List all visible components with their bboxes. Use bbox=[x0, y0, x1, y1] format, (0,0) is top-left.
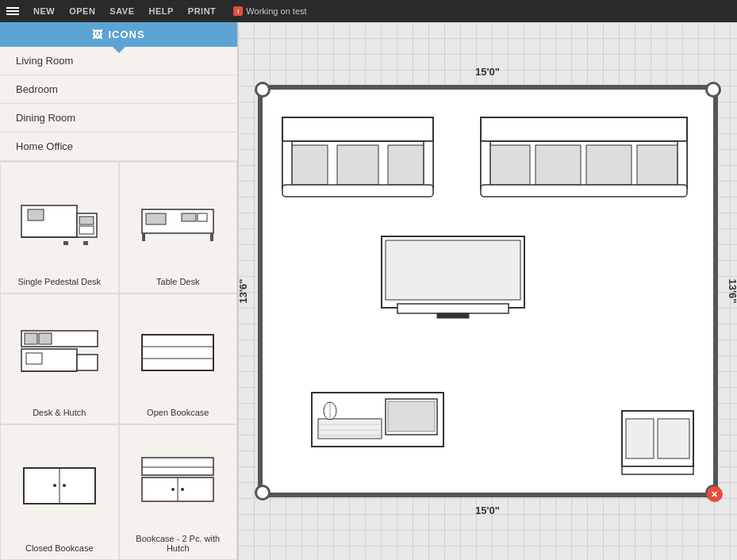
help-button[interactable]: HELP bbox=[149, 6, 174, 16]
svg-rect-40 bbox=[424, 141, 433, 189]
svg-rect-36 bbox=[286, 145, 328, 185]
status-area: ! Working on test bbox=[233, 6, 306, 16]
svg-rect-2 bbox=[28, 209, 44, 221]
icon-desk-hutch[interactable]: Desk & Hutch bbox=[0, 293, 119, 425]
icon-label-bookcase-2pc-hutch: Bookcase - 2 Pc. with Hutch bbox=[126, 534, 231, 553]
furniture-desk[interactable] bbox=[310, 391, 445, 455]
status-icon: ! bbox=[233, 6, 243, 16]
icon-label-single-pedestal-desk: Single Pedestal Desk bbox=[17, 277, 101, 286]
icon-single-pedestal-desk[interactable]: Single Pedestal Desk bbox=[0, 162, 119, 293]
dimension-right: 13'6" bbox=[727, 279, 737, 304]
svg-rect-10 bbox=[182, 213, 196, 221]
svg-rect-21 bbox=[142, 335, 213, 370]
svg-rect-17 bbox=[21, 349, 77, 371]
sidebar-header-label: ICONS bbox=[108, 29, 144, 40]
corner-top-right[interactable] bbox=[705, 82, 721, 98]
icon-label-closed-bookcase: Closed Bookcase bbox=[25, 543, 94, 553]
svg-rect-42 bbox=[481, 117, 687, 141]
svg-rect-65 bbox=[626, 419, 654, 458]
menu-icon[interactable] bbox=[6, 7, 19, 15]
svg-rect-44 bbox=[485, 145, 530, 185]
icon-preview-single-pedestal-desk bbox=[7, 171, 112, 272]
icon-grid: Single Pedestal Desk Table Desk bbox=[0, 162, 237, 560]
svg-point-32 bbox=[171, 488, 175, 491]
svg-rect-49 bbox=[678, 141, 687, 189]
icon-label-table-desk: Table Desk bbox=[156, 277, 199, 286]
svg-rect-6 bbox=[83, 241, 88, 245]
icon-preview-table-desk bbox=[126, 171, 231, 272]
svg-rect-19 bbox=[77, 355, 98, 370]
dimension-bottom: 15'0" bbox=[475, 504, 500, 516]
main-container: 🖼 ICONS Living Room Bedroom Dining Room … bbox=[0, 22, 737, 560]
svg-rect-66 bbox=[658, 419, 689, 458]
save-button[interactable]: SAVE bbox=[109, 6, 134, 16]
floorplan-area[interactable]: 15'0" 15'0" 13'6" 13'6" × bbox=[238, 22, 737, 560]
svg-rect-3 bbox=[79, 217, 94, 224]
svg-rect-54 bbox=[437, 313, 469, 318]
svg-rect-50 bbox=[481, 185, 687, 197]
svg-rect-34 bbox=[282, 117, 433, 141]
furniture-sofa-left[interactable] bbox=[278, 113, 437, 201]
icon-label-desk-hutch: Desk & Hutch bbox=[33, 408, 86, 417]
icons-symbol: 🖼 bbox=[92, 29, 103, 40]
svg-rect-48 bbox=[481, 141, 490, 189]
icon-table-desk[interactable]: Table Desk bbox=[119, 162, 238, 293]
new-button[interactable]: NEW bbox=[33, 6, 55, 16]
svg-rect-39 bbox=[282, 141, 292, 189]
svg-rect-7 bbox=[63, 241, 68, 245]
svg-rect-15 bbox=[25, 333, 37, 344]
svg-rect-9 bbox=[146, 213, 166, 224]
corner-bottom-left[interactable] bbox=[255, 485, 271, 501]
svg-rect-45 bbox=[535, 145, 581, 185]
furniture-tv[interactable] bbox=[374, 232, 532, 320]
open-button[interactable]: OPEN bbox=[69, 6, 95, 16]
icon-closed-bookcase[interactable]: Closed Bookcase bbox=[0, 424, 119, 560]
svg-rect-53 bbox=[397, 304, 509, 313]
sidebar-item-dining-room[interactable]: Dining Room bbox=[0, 104, 237, 132]
svg-rect-47 bbox=[637, 145, 683, 185]
icon-bookcase-2pc-hutch[interactable]: Bookcase - 2 Pc. with Hutch bbox=[119, 424, 238, 560]
nav-items: Living Room Bedroom Dining Room Home Off… bbox=[0, 47, 237, 162]
dimension-left: 13'6" bbox=[238, 279, 248, 304]
sidebar-item-bedroom[interactable]: Bedroom bbox=[0, 75, 237, 104]
sidebar-header: 🖼 ICONS bbox=[0, 22, 237, 47]
svg-rect-41 bbox=[282, 185, 433, 197]
svg-rect-37 bbox=[337, 145, 378, 185]
icon-label-open-bookcase: Open Bookcase bbox=[147, 408, 209, 417]
svg-rect-28 bbox=[142, 458, 213, 475]
svg-point-27 bbox=[63, 484, 66, 487]
icon-preview-open-bookcase bbox=[126, 302, 231, 404]
svg-rect-12 bbox=[142, 233, 145, 241]
svg-rect-38 bbox=[388, 145, 429, 185]
delete-button[interactable]: × bbox=[707, 486, 723, 502]
sidebar: 🖼 ICONS Living Room Bedroom Dining Room … bbox=[0, 22, 238, 560]
icon-preview-bookcase-2pc-hutch bbox=[126, 433, 231, 529]
svg-rect-16 bbox=[39, 333, 52, 344]
icon-open-bookcase[interactable]: Open Bookcase bbox=[119, 293, 238, 425]
status-text: Working on test bbox=[246, 6, 306, 16]
icon-preview-closed-bookcase bbox=[7, 433, 112, 539]
corner-top-left[interactable] bbox=[255, 82, 271, 98]
furniture-sofa-right[interactable] bbox=[477, 113, 691, 201]
svg-rect-46 bbox=[586, 145, 631, 185]
svg-rect-52 bbox=[386, 240, 520, 300]
print-button[interactable]: PRINT bbox=[188, 6, 217, 16]
dimension-top: 15'0" bbox=[475, 66, 500, 78]
room-container: 15'0" 15'0" 13'6" 13'6" × bbox=[258, 85, 718, 497]
svg-point-26 bbox=[53, 484, 56, 487]
svg-rect-61 bbox=[388, 401, 435, 432]
room[interactable]: 15'0" 15'0" 13'6" 13'6" × bbox=[258, 85, 718, 497]
furniture-bookcase[interactable] bbox=[618, 407, 697, 478]
toolbar: NEW OPEN SAVE HELP PRINT ! Working on te… bbox=[0, 0, 737, 22]
icon-preview-desk-hutch bbox=[7, 302, 112, 404]
svg-point-33 bbox=[181, 488, 184, 491]
svg-rect-13 bbox=[210, 233, 213, 241]
sidebar-item-home-office[interactable]: Home Office bbox=[0, 132, 237, 161]
svg-rect-67 bbox=[622, 466, 693, 474]
